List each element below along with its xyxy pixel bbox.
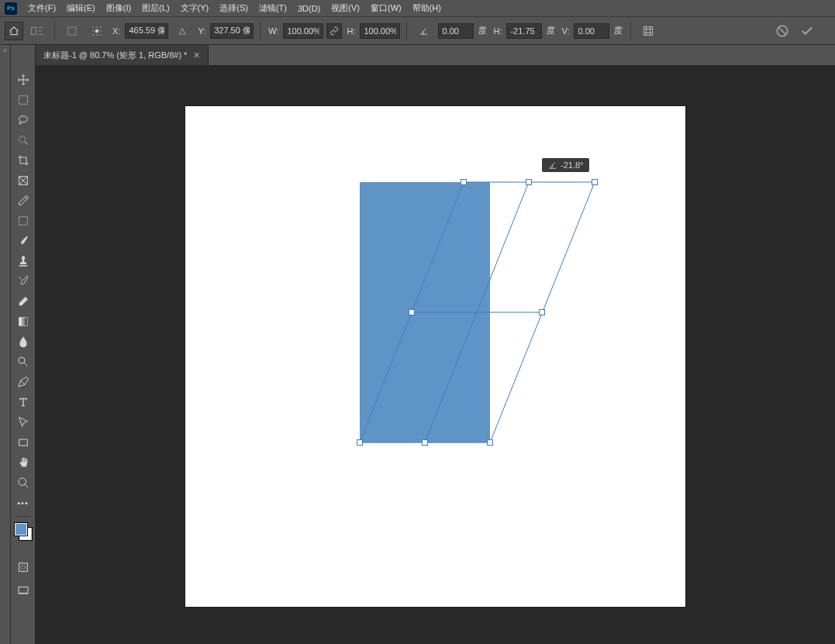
tab-title: 未标题-1 @ 80.7% (矩形 1, RGB/8#) * <box>43 50 187 61</box>
tab-close-icon[interactable]: × <box>193 49 199 61</box>
commit-transform-icon[interactable] <box>799 23 815 39</box>
zoom-tool[interactable] <box>13 473 33 493</box>
handle-br[interactable] <box>487 439 493 446</box>
hand-tool[interactable] <box>13 453 33 473</box>
svg-point-2 <box>92 26 94 28</box>
svg-rect-21 <box>19 563 27 572</box>
stamp-tool[interactable] <box>13 251 33 271</box>
crop-tool[interactable] <box>13 150 33 170</box>
canvas[interactable]: -21.8° <box>185 106 685 607</box>
lasso-tool[interactable] <box>13 110 33 130</box>
svg-rect-0 <box>32 27 36 34</box>
toolbar: ••• <box>11 45 36 644</box>
svg-rect-6 <box>95 29 98 33</box>
skew-h-unit: 度 <box>547 25 555 36</box>
text-tool[interactable] <box>13 392 33 412</box>
w-input[interactable] <box>283 23 323 39</box>
menu-window[interactable]: 窗口(W) <box>366 1 406 15</box>
y-input[interactable] <box>210 23 254 39</box>
angle-icon <box>413 22 435 40</box>
angle-unit: 度 <box>478 25 487 36</box>
app-icon: Ps <box>5 2 17 15</box>
options-bar: X: △ Y: W: H: 度 H: 度 V: 度 <box>0 17 835 45</box>
move-tool[interactable] <box>13 70 33 90</box>
svg-rect-13 <box>19 96 27 105</box>
h-input[interactable] <box>360 23 400 39</box>
rectangle-shape[interactable] <box>360 182 490 443</box>
svg-point-5 <box>92 30 94 32</box>
menu-select[interactable]: 选择(S) <box>215 1 253 15</box>
tooltip-value: -21.8° <box>561 160 583 170</box>
gradient-tool[interactable] <box>13 312 33 332</box>
blur-tool[interactable] <box>13 332 33 352</box>
svg-point-22 <box>21 565 25 569</box>
skew-h-input[interactable] <box>506 23 542 39</box>
rectangle-tool[interactable] <box>13 432 33 453</box>
path-select-tool[interactable] <box>13 412 33 432</box>
svg-point-9 <box>96 34 98 36</box>
svg-point-8 <box>92 34 94 36</box>
menubar: Ps 文件(F) 编辑(E) 图像(I) 图层(L) 文字(Y) 选择(S) 滤… <box>0 0 835 17</box>
menu-3d[interactable]: 3D(D) <box>293 2 325 15</box>
handle-tl[interactable] <box>461 179 467 185</box>
handle-ml[interactable] <box>409 309 415 315</box>
skew-h-label: H: <box>493 26 502 36</box>
document-tab[interactable]: 未标题-1 @ 80.7% (矩形 1, RGB/8#) * × <box>36 45 209 65</box>
tab-bar: 未标题-1 @ 80.7% (矩形 1, RGB/8#) * × <box>36 45 835 66</box>
svg-rect-23 <box>19 587 28 593</box>
handle-bl[interactable] <box>357 439 363 446</box>
transform-tooltip: -21.8° <box>542 158 589 172</box>
svg-point-20 <box>19 478 26 485</box>
marquee-tool[interactable] <box>13 90 33 110</box>
delta-icon[interactable]: △ <box>171 22 193 40</box>
skew-v-input[interactable] <box>574 23 609 39</box>
menu-layer[interactable]: 图层(L) <box>137 1 174 15</box>
x-label: X: <box>112 26 120 36</box>
handle-bm[interactable] <box>422 439 428 446</box>
dodge-tool[interactable] <box>13 352 33 372</box>
svg-point-7 <box>100 30 102 32</box>
canvas-viewport[interactable]: -21.8° <box>36 66 835 644</box>
reference-point-toggle[interactable] <box>61 22 83 40</box>
handle-mr[interactable] <box>539 309 545 315</box>
transform-align-icon[interactable] <box>26 22 48 40</box>
menu-filter[interactable]: 滤镜(T) <box>254 1 292 15</box>
document-area: 未标题-1 @ 80.7% (矩形 1, RGB/8#) * × <box>36 45 835 644</box>
interpolation-icon[interactable] <box>637 22 659 40</box>
brush-tool[interactable] <box>13 231 33 251</box>
cancel-transform-icon[interactable] <box>775 23 790 39</box>
history-brush-tool[interactable] <box>13 271 33 291</box>
handle-tm[interactable] <box>526 179 532 185</box>
screen-mode-tool[interactable] <box>13 580 33 601</box>
w-label: W: <box>268 26 278 36</box>
svg-rect-16 <box>19 217 27 226</box>
link-wh-icon[interactable] <box>326 23 342 39</box>
foreground-color-swatch[interactable] <box>15 523 27 536</box>
eraser-tool[interactable] <box>13 291 33 312</box>
angle-input[interactable] <box>438 23 474 39</box>
color-swatches[interactable] <box>13 522 33 542</box>
menu-view[interactable]: 视图(V) <box>326 1 364 15</box>
handle-tr[interactable] <box>592 179 598 185</box>
x-input[interactable] <box>125 23 168 39</box>
home-button[interactable] <box>5 22 23 40</box>
pen-tool[interactable] <box>13 372 33 392</box>
svg-rect-1 <box>68 27 76 35</box>
panel-toggle-left[interactable]: » <box>0 45 11 644</box>
edit-toolbar[interactable]: ••• <box>13 493 33 513</box>
healing-tool[interactable] <box>13 211 33 231</box>
quick-mask-tool[interactable] <box>13 557 33 577</box>
frame-tool[interactable] <box>13 170 33 191</box>
skew-v-label: V: <box>561 26 569 36</box>
menu-type[interactable]: 文字(Y) <box>176 1 214 15</box>
menu-image[interactable]: 图像(I) <box>102 1 136 15</box>
quick-select-tool[interactable] <box>13 130 33 150</box>
reference-point-grid[interactable] <box>86 22 108 40</box>
svg-rect-19 <box>19 439 27 446</box>
menu-help[interactable]: 帮助(H) <box>408 1 446 15</box>
menu-file[interactable]: 文件(F) <box>23 1 60 15</box>
eyedropper-tool[interactable] <box>13 191 33 211</box>
svg-rect-11 <box>644 26 653 35</box>
menu-edit[interactable]: 编辑(E) <box>62 1 100 15</box>
svg-point-3 <box>96 26 98 28</box>
